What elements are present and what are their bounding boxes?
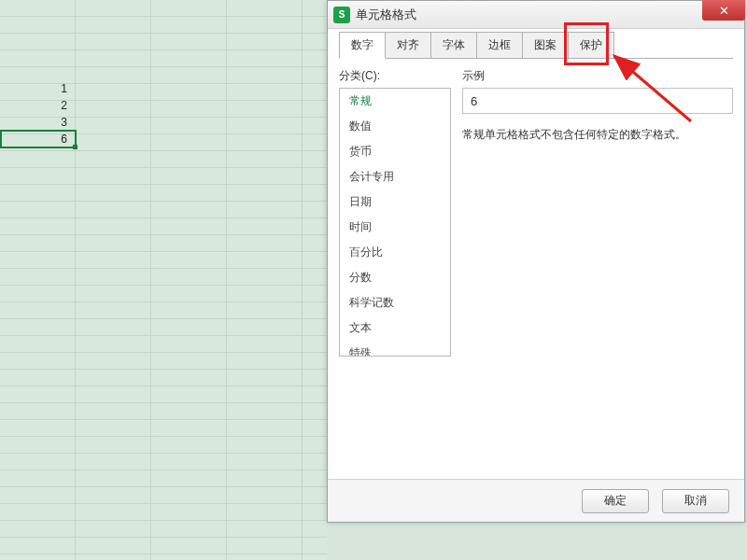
cat-date[interactable]: 日期 bbox=[340, 189, 450, 215]
sample-label: 示例 bbox=[462, 68, 733, 84]
cat-special[interactable]: 特殊 bbox=[340, 341, 450, 357]
preview-column: 示例 6 常规单元格格式不包含任何特定的数字格式。 bbox=[451, 68, 733, 479]
cat-percent[interactable]: 百分比 bbox=[340, 240, 450, 265]
cell-format-dialog: S 单元格格式 ✕ 数字 对齐 字体 边框 图案 保护 分类(C): 常规 数值… bbox=[327, 0, 745, 523]
spreadsheet: 1 2 3 6 bbox=[0, 0, 327, 560]
tab-border[interactable]: 边框 bbox=[476, 32, 523, 58]
tab-content: 分类(C): 常规 数值 货币 会计专用 日期 时间 百分比 分数 科学记数 文… bbox=[339, 59, 733, 479]
cell[interactable]: 1 bbox=[0, 80, 75, 97]
cat-scientific[interactable]: 科学记数 bbox=[340, 290, 450, 315]
tab-number[interactable]: 数字 bbox=[339, 32, 386, 59]
cell[interactable]: 3 bbox=[0, 114, 75, 131]
tab-alignment[interactable]: 对齐 bbox=[385, 32, 431, 58]
cancel-button[interactable]: 取消 bbox=[662, 489, 729, 513]
tab-pattern[interactable]: 图案 bbox=[522, 32, 569, 58]
cat-text[interactable]: 文本 bbox=[340, 315, 450, 341]
cell[interactable]: 6 bbox=[0, 131, 75, 147]
tab-font[interactable]: 字体 bbox=[430, 32, 477, 58]
format-description: 常规单元格格式不包含任何特定的数字格式。 bbox=[462, 127, 733, 143]
dialog-footer: 确定 取消 bbox=[328, 479, 744, 522]
category-list[interactable]: 常规 数值 货币 会计专用 日期 时间 百分比 分数 科学记数 文本 特殊 自定… bbox=[339, 88, 451, 357]
cat-currency[interactable]: 货币 bbox=[340, 139, 450, 164]
category-label: 分类(C): bbox=[339, 68, 451, 84]
dialog-title: 单元格格式 bbox=[356, 7, 416, 23]
cat-accounting[interactable]: 会计专用 bbox=[340, 164, 450, 189]
app-icon: S bbox=[333, 7, 350, 23]
tab-protection[interactable]: 保护 bbox=[568, 32, 614, 58]
ok-button[interactable]: 确定 bbox=[582, 489, 649, 513]
sample-value: 6 bbox=[462, 88, 733, 114]
tabs: 数字 对齐 字体 边框 图案 保护 bbox=[339, 35, 733, 59]
category-column: 分类(C): 常规 数值 货币 会计专用 日期 时间 百分比 分数 科学记数 文… bbox=[339, 68, 451, 479]
cell[interactable]: 2 bbox=[0, 97, 75, 114]
dialog-titlebar: S 单元格格式 ✕ bbox=[328, 1, 744, 29]
cat-general[interactable]: 常规 bbox=[340, 89, 450, 114]
close-button[interactable]: ✕ bbox=[702, 0, 745, 21]
cat-time[interactable]: 时间 bbox=[340, 215, 450, 240]
dialog-body: 数字 对齐 字体 边框 图案 保护 分类(C): 常规 数值 货币 会计专用 日… bbox=[328, 29, 744, 479]
cat-number[interactable]: 数值 bbox=[340, 114, 450, 139]
cat-fraction[interactable]: 分数 bbox=[340, 265, 450, 290]
